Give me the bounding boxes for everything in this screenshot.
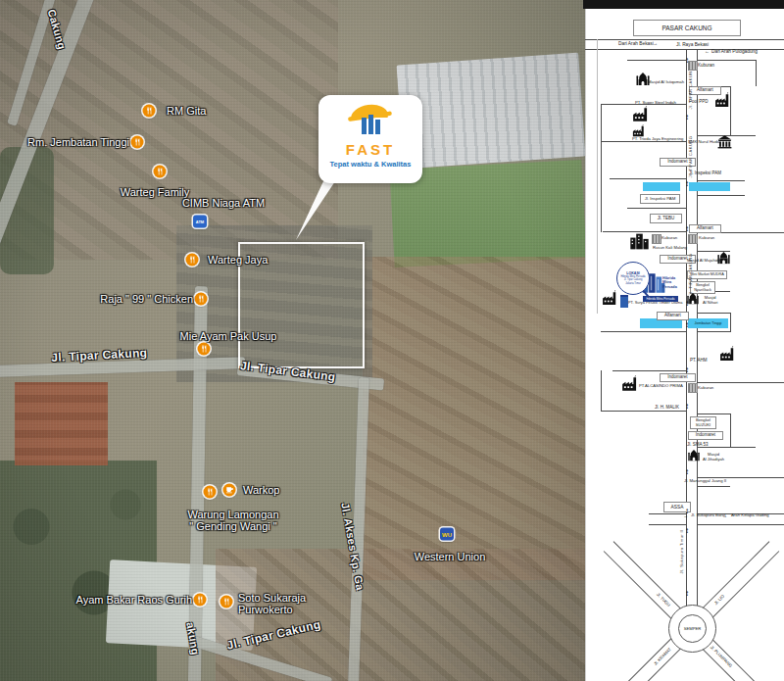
sketch-road-line — [697, 331, 730, 332]
sketch-road-line — [697, 413, 730, 414]
poi-label-soto-sukaraja[interactable]: Soto Sukaraja Purwokerto — [238, 592, 306, 615]
sketch-road-line — [601, 104, 602, 232]
sketch-box-label: Indomaret — [688, 431, 723, 440]
sketch-label: PT.ALCASINDO PRIMA — [639, 384, 683, 389]
sketch-road-line — [697, 195, 745, 196]
food-poi-icon[interactable] — [131, 136, 144, 149]
mosque-icon — [716, 251, 731, 266]
poi-label-rm-jembatan-tinggi[interactable]: Rm. Jembatan Tinggi — [27, 136, 129, 148]
sketch-box-label: PASAR CAKUNG — [633, 20, 741, 36]
poi-label-rm-gita[interactable]: RM Gita — [167, 105, 206, 117]
sketch-label: SMK Nurul Huda — [688, 140, 719, 145]
sketch-road-line — [627, 208, 686, 209]
food-poi-icon[interactable] — [195, 293, 208, 306]
poi-label-warung-lamongan[interactable]: Warung Lamongan " Gending Wangi " — [187, 509, 278, 532]
poi-label-warteg-jaya[interactable]: Warteg Jaya — [208, 254, 268, 266]
western-union-icon[interactable]: WU — [440, 528, 454, 541]
mosque-icon — [635, 72, 651, 87]
sketch-road-line — [697, 382, 784, 383]
direction-arrow: ↕ — [685, 527, 689, 535]
direction-arrow: ↕ — [685, 180, 689, 188]
direction-arrow: ↕ — [685, 300, 689, 308]
graveyard-icon — [688, 234, 698, 244]
sketch-label: Masjid Al Istiqomah — [648, 80, 684, 85]
sketch-label: Dari Arah Pulogadung — [711, 49, 758, 55]
sketch-label: Kuburan — [699, 236, 714, 241]
direction-arrow: → — [653, 41, 658, 46]
route-sketch-panel — [585, 0, 784, 681]
brand-name: FAST — [346, 141, 395, 158]
sketch-label: Masjid Al Nihari — [703, 296, 717, 305]
sketch-box-label: Alfamart — [657, 312, 689, 320]
graveyard-icon — [688, 61, 698, 71]
food-poi-icon[interactable] — [143, 105, 156, 118]
direction-arrow: → — [683, 513, 688, 518]
graveyard-icon — [652, 234, 662, 244]
callout-pointer — [290, 179, 337, 244]
sketch-label: Arah Kelapa Gading — [731, 513, 769, 518]
factory-icon — [719, 346, 736, 363]
sketch-road-line — [697, 49, 698, 609]
food-poi-icon[interactable] — [194, 594, 207, 607]
sketch-road-line — [649, 513, 686, 514]
food-poi-icon[interactable] — [186, 254, 199, 267]
factory-icon — [714, 92, 731, 109]
mosque-icon — [687, 449, 701, 462]
direction-arrow: ↕ — [685, 57, 689, 65]
direction-arrow: ↕ — [685, 468, 689, 476]
street-name-vertical: Jl. TIPAR CAKUNG — [688, 68, 693, 110]
poi-label-mie-ayam-pak-usup[interactable]: Mie Ayam Pak Usup — [180, 330, 277, 342]
blue-building-icon — [620, 295, 628, 308]
sketch-label: Jl. Inspeksi PAM — [689, 170, 721, 175]
poi-label-warteg-family[interactable]: Warteg Family — [121, 186, 190, 198]
sketch-road-line — [730, 413, 731, 447]
poi-label-western-union[interactable]: Western Union — [415, 551, 486, 562]
sketch-road-line — [601, 370, 602, 412]
coffee-poi-icon[interactable] — [223, 484, 236, 497]
sketch-road-line — [697, 486, 730, 487]
sketch-road-line — [612, 370, 686, 371]
sketch-label: Jl. Raya Bekasi — [676, 42, 709, 48]
fast-logo-icon — [339, 101, 402, 140]
factory-icon — [632, 124, 646, 138]
sketch-road-line — [585, 39, 784, 40]
top-dark-strip — [583, 0, 784, 9]
cimb-niaga-atm-icon[interactable]: ATM — [193, 216, 207, 228]
sketch-road-line — [756, 60, 757, 86]
fast-callout[interactable]: FAST Tepat waktu & Kwalitas — [318, 95, 422, 183]
sketch-road-line — [627, 60, 686, 61]
river-bar — [643, 182, 680, 191]
poi-label-warkop[interactable]: Warkop — [243, 484, 280, 496]
sketch-label: Kuburan — [698, 386, 713, 391]
sketch-box-label: Jl. TEBU — [650, 214, 682, 223]
food-poi-icon[interactable] — [204, 486, 217, 499]
poi-label-cimb-niaga-atm[interactable]: CIMB Niaga ATM — [182, 197, 265, 209]
direction-arrow: ↕ — [685, 403, 689, 411]
hibrida-mitra-persada-label: Hibrida Mitra Persada — [662, 276, 677, 289]
sketch-label: Kuburan — [698, 63, 714, 68]
food-poi-icon[interactable] — [220, 596, 233, 608]
sketch-road-line — [601, 411, 686, 412]
sketch-road-line — [601, 331, 686, 332]
satellite-map[interactable]: FAST Tepat waktu & Kwalitas Jl. Tipar Ca… — [0, 0, 585, 681]
sketch-label: Dari Arah Bekasi — [618, 41, 654, 47]
brand-tagline: Tepat waktu & Kwalitas — [330, 160, 412, 169]
factory-icon — [621, 375, 639, 393]
street-name-vertical: Jl. TIPAR CAKUNG — [688, 136, 693, 178]
poi-label-ayam-bakar-raos-gurih[interactable]: Ayam Bakar Raos Gurih — [76, 594, 192, 606]
poi-label-raja-99-chicken[interactable]: Raja " 99 " Chicken — [100, 293, 193, 305]
sketch-box-label: Indomaret — [660, 373, 696, 382]
sketch-label: Rusun Kali Malang — [653, 246, 687, 251]
sketch-label: Kuburan — [662, 236, 677, 241]
graveyard-icon — [688, 383, 698, 393]
direction-arrow: ↕ — [685, 114, 689, 122]
roundabout-label: SEMPER — [684, 626, 702, 631]
sketch-box-label: Mini Market MUDRA — [687, 270, 727, 279]
factory-icon — [602, 290, 618, 307]
food-poi-icon[interactable] — [198, 343, 211, 356]
sketch-label: Jl. H. MALIK — [655, 405, 679, 410]
direction-arrow: ↕ — [685, 590, 689, 598]
street-name-vertical: Jl. Sukapura Timur II — [679, 529, 684, 573]
food-poi-icon[interactable] — [154, 166, 167, 178]
sketch-road-line — [697, 313, 730, 314]
